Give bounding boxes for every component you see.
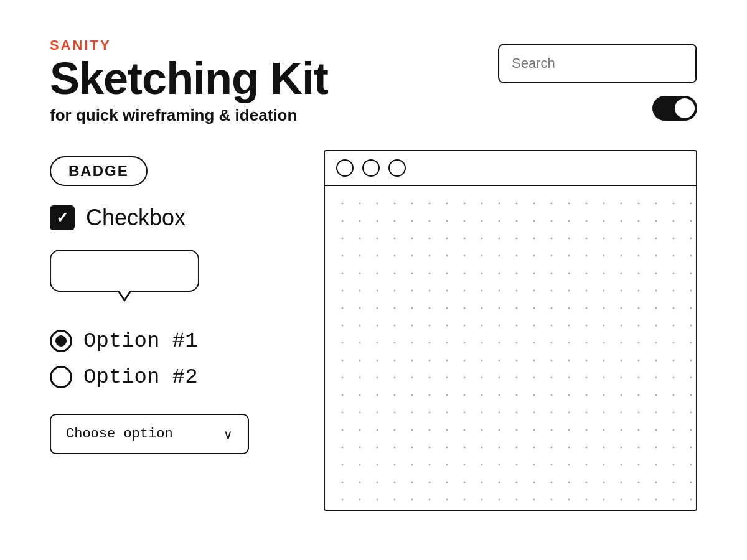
window-titlebar — [325, 151, 696, 186]
checkbox-label: Checkbox — [86, 205, 186, 231]
toggle-switch[interactable] — [652, 96, 697, 121]
dropdown-placeholder: Choose option — [66, 426, 173, 442]
radio-label-1: Option #1 — [83, 329, 198, 353]
search-input[interactable] — [499, 55, 695, 72]
radio-option-2[interactable]: Option #2 — [50, 365, 311, 389]
chevron-down-icon: ∨ — [223, 427, 233, 442]
checkmark-icon: ✓ — [56, 209, 68, 226]
radio-group: Option #1 Option #2 — [50, 329, 311, 389]
radio-button-2 — [50, 366, 72, 388]
page-title: Sketching Kit — [50, 56, 328, 101]
badge: BADGE — [50, 156, 148, 186]
radio-option-1[interactable]: Option #1 — [50, 329, 311, 353]
radio-label-2: Option #2 — [83, 365, 198, 389]
checkbox-row: ✓ Checkbox — [50, 205, 311, 231]
header-left: SANITY Sketching Kit for quick wireframi… — [50, 37, 328, 125]
radio-selected-indicator — [55, 335, 67, 347]
page-subtitle: for quick wireframing & ideation — [50, 106, 328, 125]
left-panel: BADGE ✓ Checkbox Option #1 — [50, 150, 311, 511]
badge-text: BADGE — [68, 162, 129, 180]
checkbox[interactable]: ✓ — [50, 205, 75, 230]
dotted-grid — [325, 186, 696, 510]
window-content — [325, 186, 696, 510]
dropdown[interactable]: Choose option ∨ — [50, 414, 249, 454]
page-container: SANITY Sketching Kit for quick wireframi… — [0, 0, 747, 560]
browser-window — [324, 150, 697, 511]
radio-button-1 — [50, 330, 72, 352]
header: SANITY Sketching Kit for quick wireframi… — [50, 37, 697, 125]
window-dot-3 — [388, 159, 406, 177]
header-right — [498, 44, 697, 121]
search-button[interactable] — [695, 44, 697, 83]
search-icon — [695, 55, 697, 72]
toggle-knob — [675, 98, 695, 118]
window-dot-1 — [336, 159, 354, 177]
window-dot-2 — [362, 159, 380, 177]
speech-bubble — [50, 250, 199, 292]
brand-name: SANITY — [50, 37, 328, 54]
main-content: BADGE ✓ Checkbox Option #1 — [50, 150, 697, 511]
search-container — [498, 44, 697, 83]
